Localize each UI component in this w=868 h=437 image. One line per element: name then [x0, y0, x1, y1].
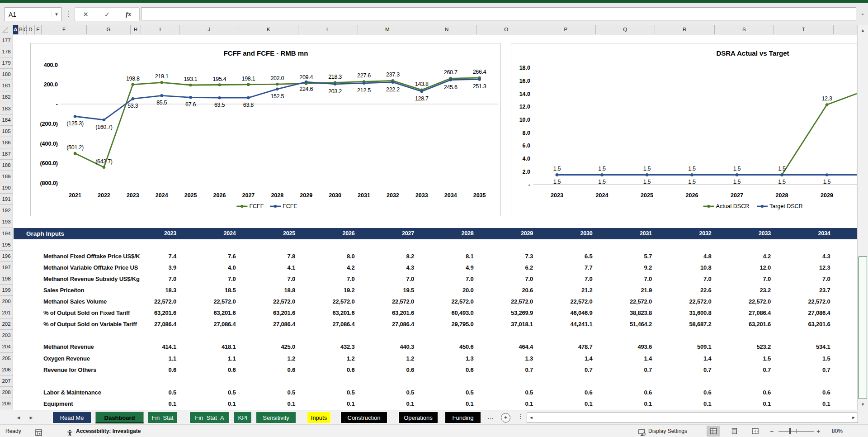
table-cell[interactable]: 8.2 [359, 251, 414, 262]
sheet-tab-read-me[interactable]: Read Me [52, 412, 91, 423]
table-cell[interactable]: 63,201.6 [180, 307, 236, 318]
table-cell[interactable]: 0.7 [775, 364, 830, 375]
scroll-up-icon[interactable]: ▲ [858, 25, 868, 36]
table-cell[interactable]: 4.3 [359, 262, 414, 273]
table-cell[interactable]: 53,269.9 [477, 307, 533, 318]
table-cell[interactable]: 0.6 [715, 387, 771, 398]
table-cell[interactable]: 60,493.0 [418, 307, 474, 318]
row-header-195[interactable]: 195 [0, 239, 13, 251]
table-cell[interactable]: 23.7 [775, 285, 830, 296]
table-cell[interactable]: 63,201.6 [775, 318, 830, 330]
row-header-190[interactable]: 190 [0, 182, 13, 194]
row-header-205[interactable]: 205 [0, 353, 13, 364]
row-header-179[interactable]: 179 [0, 57, 13, 69]
row-header-207[interactable]: 207 [0, 375, 13, 387]
column-header-Q[interactable]: Q [596, 25, 656, 34]
table-cell[interactable]: 7.0 [418, 273, 474, 285]
table-cell[interactable]: 1.1 [180, 353, 236, 364]
row-header-206[interactable]: 206 [0, 364, 13, 375]
scroll-left-icon[interactable]: ◄ [528, 414, 535, 422]
chart-fcff-fcfe[interactable]: FCFF and FCFE - RMB mn400.0200.0-(200.0)… [30, 43, 501, 216]
table-cell[interactable]: 63,201.6 [240, 307, 295, 318]
table-cell[interactable]: 22,572.0 [596, 296, 652, 307]
table-cell[interactable]: 4.2 [299, 262, 355, 273]
table-cell[interactable]: 0.7 [537, 364, 593, 375]
row-header-185[interactable]: 185 [0, 126, 13, 137]
table-cell[interactable]: 19.2 [299, 285, 355, 296]
table-cell[interactable]: 414.1 [121, 341, 176, 352]
table-cell[interactable]: 22,572.0 [477, 296, 533, 307]
table-cell[interactable]: 1.3 [477, 353, 533, 364]
table-cell[interactable]: 0.7 [477, 364, 533, 375]
zoom-slider-thumb[interactable] [789, 428, 791, 434]
table-cell[interactable]: 18.8 [240, 285, 295, 296]
table-cell[interactable]: 20.6 [477, 285, 533, 296]
table-cell[interactable]: 23.2 [715, 285, 771, 296]
table-cell[interactable]: 0.6 [418, 364, 474, 375]
table-cell[interactable]: 4.2 [715, 251, 771, 262]
table-cell[interactable]: 534.1 [775, 341, 830, 352]
table-cell[interactable]: 0.5 [121, 387, 176, 398]
tab-overflow-ellipsis[interactable]: … [487, 413, 494, 420]
column-header-K[interactable]: K [239, 25, 299, 34]
table-cell[interactable]: 58,687.2 [656, 318, 712, 330]
table-cell[interactable]: 425.0 [240, 341, 295, 352]
sheet-tab-inputs[interactable]: Inputs [307, 412, 331, 423]
row-header-196[interactable]: 196 [0, 251, 13, 262]
column-header-R[interactable]: R [655, 25, 715, 34]
table-cell[interactable]: 0.7 [656, 364, 712, 375]
table-cell[interactable]: 21.9 [596, 285, 652, 296]
table-cell[interactable]: 63,201.6 [359, 307, 414, 318]
table-cell[interactable]: 0.1 [656, 398, 712, 409]
table-cell[interactable]: 0.5 [240, 387, 295, 398]
table-cell[interactable]: 4.1 [240, 262, 295, 273]
table-cell[interactable]: 464.4 [477, 341, 533, 352]
vertical-scrollbar[interactable]: ▲ ▼ [857, 25, 868, 410]
table-cell[interactable]: 0.6 [180, 364, 236, 375]
table-cell[interactable]: 22,572.0 [180, 296, 236, 307]
table-cell[interactable]: 7.0 [715, 273, 771, 285]
column-header-N[interactable]: N [417, 25, 477, 34]
row-header-204[interactable]: 204 [0, 341, 13, 352]
table-cell[interactable]: 12.0 [715, 262, 771, 273]
sheet-tab-operations[interactable]: Operations [398, 412, 438, 423]
table-cell[interactable]: 7.0 [121, 273, 176, 285]
column-header-D[interactable]: D [27, 25, 35, 34]
table-cell[interactable]: 46,046.9 [537, 307, 593, 318]
scroll-down-icon[interactable]: ▼ [858, 399, 868, 410]
formula-input[interactable] [141, 7, 856, 20]
cancel-icon[interactable]: ✕ [79, 10, 93, 19]
table-cell[interactable]: 0.1 [240, 398, 295, 409]
column-header-A[interactable]: A [13, 25, 19, 34]
table-cell[interactable]: 6.5 [537, 251, 593, 262]
table-cell[interactable]: 0.5 [299, 387, 355, 398]
table-cell[interactable]: 0.6 [359, 364, 414, 375]
table-cell[interactable]: 44,241.1 [537, 318, 593, 330]
table-cell[interactable]: 0.1 [477, 398, 533, 409]
table-cell[interactable]: 7.4 [121, 251, 176, 262]
table-cell[interactable]: 4.3 [775, 251, 830, 262]
table-cell[interactable]: 0.5 [418, 387, 474, 398]
name-box-dropdown-icon[interactable]: ▾ [52, 11, 61, 17]
table-cell[interactable]: 27,086.4 [180, 318, 236, 330]
table-cell[interactable]: 7.3 [477, 251, 533, 262]
sheet-tab-funding[interactable]: Funding [445, 412, 481, 423]
column-header-O[interactable]: O [477, 25, 537, 34]
table-cell[interactable]: 4.8 [656, 251, 712, 262]
table-cell[interactable]: 10.8 [656, 262, 712, 273]
column-header-F[interactable]: F [42, 25, 87, 34]
table-cell[interactable]: 7.0 [180, 273, 236, 285]
table-cell[interactable]: 22,572.0 [418, 296, 474, 307]
table-cell[interactable]: 27,086.4 [121, 318, 176, 330]
column-header-T[interactable]: T [774, 25, 834, 34]
zoom-level-label[interactable]: 80% [832, 425, 843, 437]
table-cell[interactable]: 0.7 [596, 364, 652, 375]
sheet-tab-kpi[interactable]: KPI [234, 412, 252, 423]
table-cell[interactable]: 22,572.0 [299, 296, 355, 307]
view-page-layout-button[interactable] [727, 426, 741, 437]
table-cell[interactable]: 0.1 [715, 398, 771, 409]
table-cell[interactable]: 27,086.4 [299, 318, 355, 330]
table-cell[interactable]: 440.3 [359, 341, 414, 352]
table-cell[interactable]: 418.1 [180, 341, 236, 352]
table-cell[interactable]: 0.5 [477, 387, 533, 398]
